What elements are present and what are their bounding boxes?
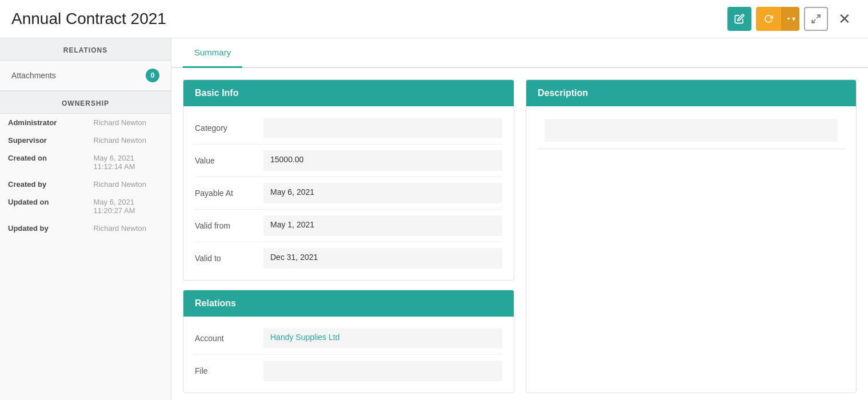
field-label-valid_to: Valid to [195,254,263,263]
ownership-value: Richard Newton [86,114,171,131]
field-label-payable_at: Payable At [195,189,263,198]
svg-line-0 [817,15,820,18]
field-label-category: Category [195,123,263,133]
field-row: Valid toDec 31, 2021 [195,242,502,274]
description-header: Description [526,80,856,106]
attachments-row[interactable]: Attachments 0 [0,61,171,91]
field-row: Category [195,112,502,145]
basic-info-card: Basic Info CategoryValue15000.00Payable … [183,79,514,281]
tabs-bar: Summary [171,38,868,68]
close-button[interactable]: ✕ [833,7,857,31]
action-dropdown-button[interactable]: ▾ [781,7,799,31]
description-card: Description [526,79,857,393]
field-label-valid_from: Valid from [195,221,263,230]
field-value-valid_to: Dec 31, 2021 [263,248,502,269]
relations-card: Relations AccountHandy Supplies LtdFile [183,290,514,393]
field-row: Valid fromMay 1, 2021 [195,210,502,242]
ownership-label: Created by [0,175,86,193]
ownership-value: Richard Newton [86,219,171,237]
field-row: File [195,355,502,387]
ownership-value: May 6, 2021 11:12:14 AM [86,149,171,175]
expand-button[interactable] [804,7,828,31]
action-main-button[interactable] [756,7,781,31]
ownership-label: Updated by [0,219,86,237]
relations-section-title: RELATIONS [0,38,171,61]
sidebar: RELATIONS Attachments 0 OWNERSHIP Admini… [0,38,171,400]
field-row: AccountHandy Supplies Ltd [195,322,502,355]
ownership-label: Created on [0,149,86,175]
description-divider [538,149,845,149]
ownership-section-title: OWNERSHIP [0,91,171,114]
relations-body: AccountHandy Supplies LtdFile [183,317,514,393]
ownership-label: Supervisor [0,131,86,149]
field-value-value: 15000.00 [263,150,502,171]
field-row: Value15000.00 [195,145,502,177]
field-value-payable_at: May 6, 2021 [263,183,502,203]
field-value-account[interactable]: Handy Supplies Ltd [263,328,502,349]
page-title: Annual Contract 2021 [11,10,166,28]
basic-info-header: Basic Info [183,80,514,106]
field-label-value: Value [195,156,263,165]
ownership-grid: AdministratorRichard NewtonSupervisorRic… [0,114,171,237]
right-panel: Description [526,79,857,400]
left-panel: Basic Info CategoryValue15000.00Payable … [183,79,514,400]
tab-summary[interactable]: Summary [183,38,242,68]
edit-button[interactable] [727,7,751,31]
ownership-value: Richard Newton [86,131,171,149]
chevron-down-icon [785,15,792,22]
ownership-value: May 6, 2021 11:20:27 AM [86,193,171,219]
content-area: Basic Info CategoryValue15000.00Payable … [171,68,868,400]
attachments-label: Attachments [11,71,56,80]
ownership-label: Updated on [0,193,86,219]
svg-line-1 [812,20,815,23]
refresh-icon [764,14,773,23]
field-value-valid_from: May 1, 2021 [263,215,502,236]
field-row: Payable AtMay 6, 2021 [195,177,502,210]
main-content: Summary Basic Info CategoryValue15000.00… [171,38,868,400]
ownership-value: Richard Newton [86,175,171,193]
close-icon: ✕ [838,10,851,28]
expand-icon [811,14,821,24]
ownership-label: Administrator [0,114,86,131]
field-value-category [263,118,502,138]
field-value-file [263,361,502,381]
description-body [526,106,856,157]
header-actions: ▾ ✕ [727,7,857,31]
relations-header: Relations [183,290,514,317]
field-label-account: Account [195,334,263,343]
basic-info-body: CategoryValue15000.00Payable AtMay 6, 20… [183,106,514,280]
description-field[interactable] [545,119,838,142]
action-group-button[interactable]: ▾ [756,7,799,31]
field-label-file: File [195,366,263,375]
attachments-badge: 0 [146,69,159,82]
edit-icon [734,14,745,24]
